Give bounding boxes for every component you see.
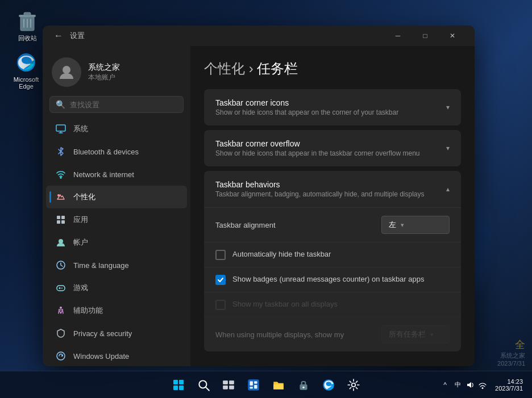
maximize-button[interactable]: □ <box>412 27 438 45</box>
sidebar-item-gaming[interactable]: 游戏 <box>46 276 187 299</box>
corner-icons-chevron: ▾ <box>446 103 450 111</box>
badges-label: Show badges (unread messages counter) on… <box>232 274 424 284</box>
time-icon <box>55 259 66 271</box>
auto-hide-checkbox[interactable] <box>215 250 226 260</box>
corner-overflow-title: Taskbar corner overflow <box>215 139 420 148</box>
minimize-button[interactable]: ─ <box>385 27 411 45</box>
svg-rect-35 <box>248 379 259 391</box>
edge-desktop-icon[interactable]: Microsoft Edge <box>8 51 44 90</box>
user-profile[interactable]: 系统之家 本地账户 <box>43 51 190 96</box>
svg-rect-15 <box>57 220 60 224</box>
sidebar-item-accessibility[interactable]: 辅助功能 <box>46 299 187 322</box>
taskbar-time: 14:23 2023/7/31 <box>491 378 527 392</box>
gaming-label: 游戏 <box>73 283 88 293</box>
edge-label: Microsoft Edge <box>8 76 44 90</box>
privacy-icon <box>55 328 66 339</box>
search-icon: 🔍 <box>56 100 65 109</box>
svg-point-17 <box>59 239 63 244</box>
alignment-dropdown[interactable]: 左 ▾ <box>381 216 450 234</box>
all-displays-checkbox[interactable] <box>215 300 226 310</box>
apps-label: 应用 <box>73 215 88 225</box>
breadcrumb-parent: 个性化 › <box>204 61 257 76</box>
file-explorer-button[interactable] <box>267 374 290 396</box>
page-header: 个性化 › 任务栏 <box>204 60 461 78</box>
start-button[interactable] <box>167 374 190 396</box>
watermark-logo: 全 <box>497 338 525 351</box>
accounts-icon <box>55 237 66 248</box>
user-name: 系统之家 <box>88 62 120 73</box>
alignment-row: Taskbar alignment 左 ▾ <box>204 208 461 242</box>
accounts-label: 帐户 <box>73 237 88 248</box>
svg-point-24 <box>57 352 65 360</box>
sidebar-item-privacy[interactable]: Privacy & security <box>46 322 187 345</box>
svg-rect-27 <box>173 386 178 390</box>
sidebar-item-update[interactable]: Windows Update <box>46 345 187 366</box>
personalization-label: 个性化 <box>73 192 95 202</box>
svg-rect-8 <box>56 125 65 131</box>
multiple-displays-dropdown[interactable]: 所有任务栏 ▾ <box>381 325 450 343</box>
back-button[interactable]: ← <box>52 29 65 43</box>
tray-ime[interactable]: 中 <box>452 379 463 391</box>
sidebar-item-accounts[interactable]: 帐户 <box>46 231 187 254</box>
search-box[interactable]: 🔍 <box>49 96 184 113</box>
gaming-icon <box>55 282 66 294</box>
system-label: 系统 <box>73 124 88 134</box>
title-bar-left: ← 设置 <box>52 29 85 43</box>
alignment-dropdown-arrow: ▾ <box>401 221 404 229</box>
task-view-button[interactable] <box>217 374 240 396</box>
watermark-date: 2023/7/31 <box>497 360 525 367</box>
recycle-bin-icon[interactable]: 回收站 <box>9 9 45 43</box>
svg-rect-37 <box>254 381 257 383</box>
svg-rect-28 <box>179 386 184 390</box>
search-input[interactable] <box>70 100 177 109</box>
bluetooth-icon <box>55 146 66 157</box>
tray-network[interactable] <box>477 379 488 391</box>
svg-rect-40 <box>273 384 283 389</box>
bluetooth-label: Bluetooth & devices <box>73 148 139 156</box>
section-corner-icons: Taskbar corner icons Show or hide icons … <box>204 89 461 125</box>
corner-overflow-desc: Show or hide icons that appear in the ta… <box>215 149 420 157</box>
tray-volume[interactable] <box>464 379 476 391</box>
svg-point-12 <box>57 194 60 196</box>
title-bar: ← 设置 ─ □ ✕ <box>43 26 475 46</box>
edge-taskbar-button[interactable] <box>317 374 340 396</box>
badges-row: Show badges (unread messages counter) on… <box>204 267 461 292</box>
alignment-label: Taskbar alignment <box>215 221 276 229</box>
section-corner-overflow-header[interactable]: Taskbar corner overflow Show or hide ico… <box>204 130 461 166</box>
svg-point-42 <box>302 386 304 388</box>
recycle-bin-label: 回收站 <box>18 34 37 43</box>
svg-rect-32 <box>229 380 234 384</box>
svg-rect-13 <box>57 216 60 219</box>
security-button[interactable] <box>292 374 315 396</box>
sidebar-item-network[interactable]: Network & internet <box>46 163 187 186</box>
settings-window: ← 设置 ─ □ ✕ <box>43 26 475 366</box>
tray-chevron[interactable]: ^ <box>439 379 451 391</box>
section-corner-overflow-text: Taskbar corner overflow Show or hide ico… <box>215 139 420 157</box>
sidebar: 系统之家 本地账户 🔍 <box>43 46 190 366</box>
settings-taskbar-button[interactable] <box>342 374 365 396</box>
section-corner-icons-header[interactable]: Taskbar corner icons Show or hide icons … <box>204 89 461 125</box>
close-button[interactable]: ✕ <box>439 27 466 45</box>
taskbar-center <box>167 374 365 396</box>
svg-rect-39 <box>254 385 257 389</box>
sidebar-item-apps[interactable]: 应用 <box>46 208 187 231</box>
svg-rect-26 <box>179 380 184 384</box>
sidebar-item-system[interactable]: 系统 <box>46 118 187 140</box>
svg-point-7 <box>63 66 70 74</box>
badges-checkbox[interactable] <box>215 275 226 285</box>
search-button[interactable] <box>192 374 215 396</box>
behaviors-chevron: ▴ <box>446 185 450 193</box>
sidebar-item-personalization[interactable]: 个性化 <box>46 186 187 208</box>
corner-icons-title: Taskbar corner icons <box>215 98 398 107</box>
time-label: Time & language <box>73 261 129 270</box>
widgets-button[interactable] <box>242 374 265 396</box>
multiple-displays-row: When using multiple displays, show my 所有… <box>204 317 461 351</box>
main-content: 个性化 › 任务栏 Taskbar corner icons Show or h… <box>190 46 475 366</box>
multiple-displays-value: 所有任务栏 <box>389 329 426 340</box>
avatar <box>52 57 81 87</box>
section-behaviors-header[interactable]: Taskbar behaviors Taskbar alignment, bad… <box>204 171 461 208</box>
sidebar-item-time[interactable]: Time & language <box>46 254 187 276</box>
multiple-displays-label: When using multiple displays, show my <box>215 330 344 339</box>
sidebar-item-bluetooth[interactable]: Bluetooth & devices <box>46 140 187 163</box>
system-tray: ^ 中 <box>439 379 488 391</box>
